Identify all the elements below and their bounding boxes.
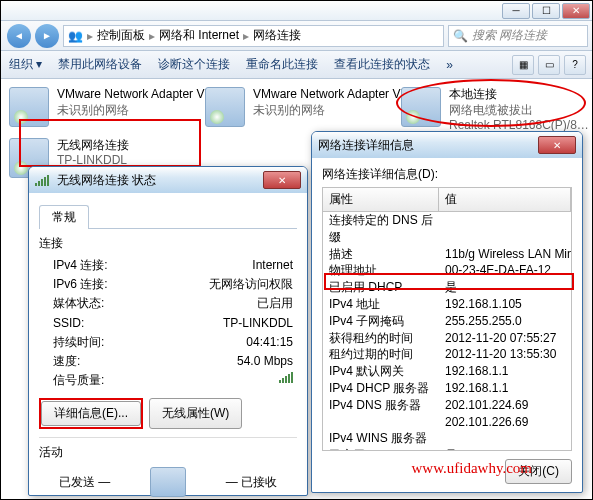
nav-back-button[interactable]: ◄ bbox=[7, 24, 31, 48]
table-row[interactable]: 租约过期的时间2012-11-20 13:55:30 bbox=[323, 346, 571, 363]
breadcrumb-item[interactable]: 控制面板 bbox=[97, 27, 145, 44]
toolbar-more[interactable]: » bbox=[446, 58, 453, 72]
adapter-icon bbox=[9, 87, 49, 127]
adapter-local[interactable]: 本地连接 网络电缆被拔出 Realtek RTL8168C(P)/8111C(P… bbox=[401, 87, 581, 134]
maximize-button[interactable]: ☐ bbox=[532, 3, 560, 19]
property-cell: 已启用 NetBIOS ove... bbox=[323, 447, 439, 451]
watermark: www.ufidawhy.com bbox=[411, 460, 532, 477]
toolbar-organize[interactable]: 组织 ▾ bbox=[9, 56, 42, 73]
address-bar: ◄ ► 👥 ▸ 控制面板 ▸ 网络和 Internet ▸ 网络连接 🔍 搜索 … bbox=[1, 21, 593, 51]
adapter-vmnet8[interactable]: VMware Network Adapter VMnet8 未识别的网络 bbox=[205, 87, 385, 134]
toolbar-diagnose[interactable]: 诊断这个连接 bbox=[158, 56, 230, 73]
property-cell: 连接特定的 DNS 后缀 bbox=[323, 212, 439, 246]
connection-section-label: 连接 bbox=[39, 235, 297, 252]
value-cell: 2012-11-20 13:55:30 bbox=[439, 346, 571, 363]
wifi-properties-button[interactable]: 无线属性(W) bbox=[149, 398, 242, 429]
details-table: 属性 值 连接特定的 DNS 后缀描述11b/g Wireless LAN Mi… bbox=[322, 187, 572, 451]
wifi-status-dialog: 无线网络连接 状态 ✕ 常规 连接 IPv4 连接:Internet IPv6 … bbox=[28, 166, 308, 496]
ssid-label: SSID: bbox=[53, 314, 84, 333]
adapter-name: 本地连接 bbox=[449, 87, 589, 103]
toolbar-disable[interactable]: 禁用此网络设备 bbox=[58, 56, 142, 73]
adapter-icon bbox=[401, 87, 441, 127]
value-cell: 192.168.1.1 bbox=[439, 363, 571, 380]
window-close-button[interactable]: ✕ bbox=[562, 3, 590, 19]
nav-forward-button[interactable]: ► bbox=[35, 24, 59, 48]
adapter-icon bbox=[205, 87, 245, 127]
property-cell bbox=[323, 414, 439, 431]
table-row[interactable]: IPv4 WINS 服务器 bbox=[323, 430, 571, 447]
ipv4-label: IPv4 连接: bbox=[53, 256, 108, 275]
adapter-vmnet1[interactable]: VMware Network Adapter VMnet1 未识别的网络 bbox=[9, 87, 189, 134]
property-cell: IPv4 DNS 服务器 bbox=[323, 397, 439, 414]
activity-icon bbox=[150, 467, 186, 497]
dialog-titlebar: 无线网络连接 状态 ✕ bbox=[29, 167, 307, 193]
value-cell: 255.255.255.0 bbox=[439, 313, 571, 330]
signal-bars-icon bbox=[279, 371, 293, 383]
breadcrumb-item[interactable]: 网络和 Internet bbox=[159, 27, 239, 44]
preview-icon-button[interactable]: ▭ bbox=[538, 55, 560, 75]
table-row[interactable]: 物理地址00-23-4E-DA-FA-12 bbox=[323, 262, 571, 279]
value-cell bbox=[439, 212, 571, 246]
annotation-box-2: 详细信息(E)... bbox=[39, 398, 143, 429]
table-row[interactable]: 连接特定的 DNS 后缀 bbox=[323, 212, 571, 246]
table-row[interactable]: 已启用 DHCP是 bbox=[323, 279, 571, 296]
col-value[interactable]: 值 bbox=[439, 188, 571, 211]
value-cell: 202.101.224.69 bbox=[439, 397, 571, 414]
connection-details-dialog: 网络连接详细信息 ✕ 网络连接详细信息(D): 属性 值 连接特定的 DNS 后… bbox=[311, 131, 583, 493]
value-cell: 192.168.1.105 bbox=[439, 296, 571, 313]
speed-label: 速度: bbox=[53, 352, 80, 371]
view-icon-button[interactable]: ▦ bbox=[512, 55, 534, 75]
adapter-status: 网络电缆被拔出 bbox=[449, 103, 589, 119]
table-row[interactable]: IPv4 默认网关192.168.1.1 bbox=[323, 363, 571, 380]
col-property[interactable]: 属性 bbox=[323, 188, 439, 211]
property-cell: 租约过期的时间 bbox=[323, 346, 439, 363]
property-cell: 描述 bbox=[323, 246, 439, 263]
table-row[interactable]: IPv4 地址192.168.1.105 bbox=[323, 296, 571, 313]
dialog-close-button[interactable]: ✕ bbox=[263, 171, 301, 189]
recv-label: — 已接收 bbox=[226, 474, 277, 491]
property-cell: 物理地址 bbox=[323, 262, 439, 279]
table-row[interactable]: IPv4 DNS 服务器202.101.224.69 bbox=[323, 397, 571, 414]
dialog-title: 网络连接详细信息 bbox=[318, 137, 414, 154]
window-titlebar: ─ ☐ ✕ bbox=[1, 1, 593, 21]
property-cell: IPv4 地址 bbox=[323, 296, 439, 313]
property-cell: IPv4 默认网关 bbox=[323, 363, 439, 380]
media-value: 已启用 bbox=[257, 294, 293, 313]
table-row[interactable]: 202.101.226.69 bbox=[323, 414, 571, 431]
media-label: 媒体状态: bbox=[53, 294, 104, 313]
toolbar-status[interactable]: 查看此连接的状态 bbox=[334, 56, 430, 73]
property-cell: 获得租约的时间 bbox=[323, 330, 439, 347]
value-cell bbox=[439, 430, 571, 447]
dialog-titlebar: 网络连接详细信息 ✕ bbox=[312, 132, 582, 158]
value-cell: 202.101.226.69 bbox=[439, 414, 571, 431]
table-row[interactable]: IPv4 子网掩码255.255.255.0 bbox=[323, 313, 571, 330]
details-subtitle: 网络连接详细信息(D): bbox=[322, 166, 572, 183]
table-row[interactable]: 描述11b/g Wireless LAN Mini PCI Ex bbox=[323, 246, 571, 263]
property-cell: IPv4 WINS 服务器 bbox=[323, 430, 439, 447]
tab-general[interactable]: 常规 bbox=[39, 205, 89, 229]
ipv6-label: IPv6 连接: bbox=[53, 275, 108, 294]
breadcrumb[interactable]: 👥 ▸ 控制面板 ▸ 网络和 Internet ▸ 网络连接 bbox=[63, 25, 444, 47]
table-row[interactable]: 已启用 NetBIOS ove...是 bbox=[323, 447, 571, 451]
sent-label: 已发送 — bbox=[59, 474, 110, 491]
ssid-value: TP-LINKDDL bbox=[223, 314, 293, 333]
search-input[interactable]: 🔍 搜索 网络连接 bbox=[448, 25, 588, 47]
details-button[interactable]: 详细信息(E)... bbox=[41, 401, 141, 426]
activity-section-label: 活动 bbox=[39, 444, 297, 461]
value-cell: 11b/g Wireless LAN Mini PCI Ex bbox=[439, 246, 571, 263]
dialog-title: 无线网络连接 状态 bbox=[57, 172, 156, 189]
value-cell: 是 bbox=[439, 447, 571, 451]
table-row[interactable]: 获得租约的时间2012-11-20 07:55:27 bbox=[323, 330, 571, 347]
property-cell: IPv4 DHCP 服务器 bbox=[323, 380, 439, 397]
minimize-button[interactable]: ─ bbox=[502, 3, 530, 19]
help-icon-button[interactable]: ? bbox=[564, 55, 586, 75]
value-cell: 2012-11-20 07:55:27 bbox=[439, 330, 571, 347]
toolbar-rename[interactable]: 重命名此连接 bbox=[246, 56, 318, 73]
breadcrumb-item[interactable]: 网络连接 bbox=[253, 27, 301, 44]
dialog-close-button[interactable]: ✕ bbox=[538, 136, 576, 154]
breadcrumb-icon: 👥 bbox=[68, 29, 83, 43]
duration-value: 04:41:15 bbox=[246, 333, 293, 352]
toolbar: 组织 ▾ 禁用此网络设备 诊断这个连接 重命名此连接 查看此连接的状态 » ▦ … bbox=[1, 51, 593, 79]
table-row[interactable]: IPv4 DHCP 服务器192.168.1.1 bbox=[323, 380, 571, 397]
property-cell: IPv4 子网掩码 bbox=[323, 313, 439, 330]
